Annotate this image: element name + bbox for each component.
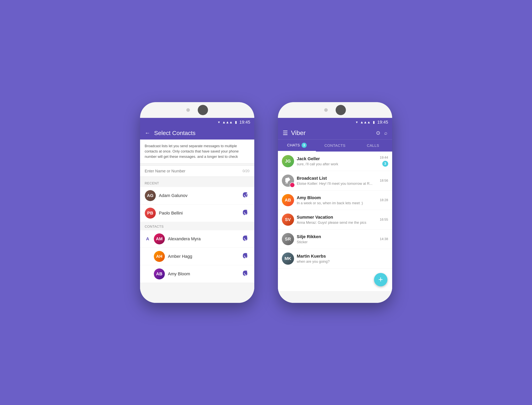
chat-info: Silje Rikken Sticker [297, 234, 377, 244]
avatar: AB [154, 268, 165, 279]
chat-info: Amy Bloom In a week or so, when im back … [297, 195, 377, 205]
contact-name: Amy Bloom [168, 271, 239, 277]
avatar: SV [282, 214, 294, 226]
chat-time: 14:38 [380, 237, 388, 241]
chat-info: Martin Kuerbs when are you going? [297, 254, 386, 264]
tab-calls[interactable]: CALLS [354, 140, 392, 152]
chat-meta: 14:38 [380, 237, 388, 241]
chat-name: Martin Kuerbs [297, 254, 386, 259]
avatar: AG [145, 190, 156, 201]
viber-icon [242, 192, 249, 199]
viber-app-bar: ☰ Viber ⊙ ⌕ [278, 127, 392, 139]
phone-right: ▾ ▲▲▲ ▮ 19:45 ☰ Viber ⊙ ⌕ CHATS 3 CONTAC… [278, 102, 392, 303]
battery-icon-left: ▮ [235, 120, 237, 124]
page-title-left: Select Contacts [154, 130, 196, 136]
avatar: PB [145, 208, 156, 219]
search-bar[interactable]: 0/20 [140, 166, 254, 177]
tab-contacts-label: CONTACTS [325, 143, 345, 148]
chat-time: 19:44 [380, 156, 388, 160]
chat-name: Amy Bloom [297, 195, 377, 200]
broadcast-icon [285, 177, 291, 184]
speaker-right [336, 105, 346, 115]
unread-badge: 3 [382, 161, 388, 167]
list-item[interactable]: PB Paolo Bellini [140, 204, 254, 222]
tab-contacts[interactable]: CONTACTS [316, 140, 354, 152]
phone-screen-left: ▾ ▲▲▲ ▮ 19:45 ← Select Contacts Broadcas… [140, 118, 254, 291]
chats-badge: 3 [302, 143, 307, 148]
phone-bottom-right [278, 291, 392, 303]
avatar: AM [154, 233, 165, 244]
status-bar-right: ▾ ▲▲▲ ▮ 19:45 [278, 118, 392, 127]
tab-calls-label: CALLS [367, 143, 379, 148]
chat-time: 16:55 [380, 218, 388, 222]
contacts-label-left: CONTACTS [140, 222, 254, 230]
chat-meta: 16:55 [380, 218, 388, 222]
viber-icon [242, 209, 249, 217]
wifi-icon-right: ▾ [356, 120, 358, 124]
contact-name: Paolo Bellini [159, 210, 239, 216]
chat-info: Summer Vacation Anna Meraz: Guys! please… [297, 215, 377, 225]
chat-name: Silje Rikken [297, 234, 377, 239]
viber-icon [242, 253, 249, 260]
contact-name: Adam Galunov [159, 193, 239, 198]
avatar: MK [282, 252, 294, 265]
avatar: AH [154, 251, 165, 262]
chat-time: 18:56 [380, 179, 388, 183]
chat-preview: when are you going? [297, 260, 386, 264]
back-button[interactable]: ← [145, 130, 150, 136]
chat-list: JG Jack Geller sure, i'll call you after… [278, 152, 392, 291]
broadcast-avatar [282, 175, 294, 187]
signal-icon-left: ▲▲▲ [222, 120, 233, 124]
screen-content-left: Broadcast lists let you send separate me… [140, 140, 254, 291]
chat-meta: 18:56 [380, 179, 388, 183]
chat-preview: Anna Meraz: Guys! please send me the pic… [297, 221, 377, 225]
list-item[interactable]: AB Amy Bloom [140, 265, 254, 283]
list-item[interactable]: AH Amber Hagg [140, 248, 254, 265]
avatar: JG [282, 155, 294, 167]
phone-screen-right: ▾ ▲▲▲ ▮ 19:45 ☰ Viber ⊙ ⌕ CHATS 3 CONTAC… [278, 118, 392, 291]
list-item[interactable]: SR Silje Rikken Sticker 14:38 [278, 230, 392, 249]
tab-chats-label: CHATS [287, 143, 300, 147]
search-input[interactable] [145, 169, 243, 173]
chat-meta: 18:28 [380, 198, 388, 202]
status-time-left: 19:45 [239, 120, 250, 125]
battery-icon-right: ▮ [373, 120, 375, 124]
broadcast-info: Broadcast lists let you send separate me… [140, 140, 254, 163]
chat-name: Broadcast List [297, 176, 377, 181]
app-bar-left: ← Select Contacts [140, 127, 254, 140]
fab-icon: + [378, 276, 383, 284]
viber-icon [242, 235, 249, 243]
qr-button[interactable]: ⊙ [376, 130, 380, 136]
chat-meta: 19:44 3 [380, 156, 388, 167]
menu-button[interactable]: ☰ [283, 129, 288, 136]
chat-info: Broadcast List Eloise Koiller: Hey! I'll… [297, 176, 377, 186]
list-item[interactable]: Broadcast List Eloise Koiller: Hey! I'll… [278, 171, 392, 190]
chat-name: Jack Geller [297, 156, 377, 161]
speaker-left [198, 105, 208, 115]
list-item[interactable]: MK Martin Kuerbs when are you going? [278, 249, 392, 268]
viber-icon [242, 270, 249, 278]
status-time-right: 19:45 [377, 120, 388, 125]
list-item[interactable]: A AM Alexandera Myra [140, 230, 254, 248]
list-item[interactable]: AG Adam Galunov [140, 187, 254, 204]
mini-avatar [290, 182, 295, 188]
search-button[interactable]: ⌕ [384, 130, 387, 136]
chat-preview: In a week or so, when im back lets meet … [297, 201, 377, 205]
avatar: SR [282, 233, 294, 245]
contact-name: Alexandera Myra [168, 236, 239, 242]
list-item[interactable]: JG Jack Geller sure, i'll call you after… [278, 152, 392, 171]
avatar: AB [282, 194, 294, 206]
chat-time: 18:28 [380, 198, 388, 202]
tabs-bar: CHATS 3 CONTACTS CALLS [278, 139, 392, 152]
status-bar-left: ▾ ▲▲▲ ▮ 19:45 [140, 118, 254, 127]
tab-chats[interactable]: CHATS 3 [278, 140, 316, 152]
fab-button[interactable]: + [374, 273, 387, 286]
recent-label: RECENT [140, 179, 254, 187]
list-item[interactable]: SV Summer Vacation Anna Meraz: Guys! ple… [278, 210, 392, 230]
chat-info: Jack Geller sure, i'll call you after wo… [297, 156, 377, 166]
list-item[interactable]: AB Amy Bloom In a week or so, when im ba… [278, 190, 392, 210]
search-counter: 0/20 [242, 169, 249, 173]
phone-top-left [140, 102, 254, 118]
phone-top-right [278, 102, 392, 118]
wifi-icon-left: ▾ [218, 120, 220, 124]
